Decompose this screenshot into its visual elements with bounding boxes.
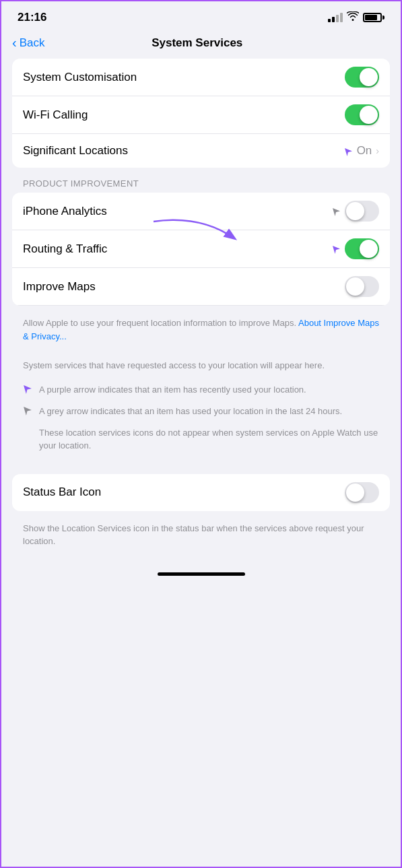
- status-bar-icon-toggle-area: [345, 482, 379, 503]
- significant-locations-row[interactable]: Significant Locations On ›: [12, 134, 390, 168]
- status-bar-icon-label: Status Bar Icon: [23, 486, 345, 499]
- nav-bar: ‹ Back System Services: [1, 30, 401, 59]
- toggle-knob: [360, 68, 378, 86]
- system-customisation-row[interactable]: System Customisation: [12, 59, 390, 96]
- product-improvement-section-header: PRODUCT IMPROVEMENT: [1, 173, 401, 193]
- grey-legend-item: A grey arrow indicates that an item has …: [23, 405, 379, 418]
- home-indicator: [158, 572, 245, 576]
- back-label: Back: [20, 36, 45, 50]
- signal-bar-4: [340, 13, 343, 22]
- significant-locations-right: On ›: [344, 144, 379, 158]
- status-bar-icon-toggle[interactable]: [345, 482, 379, 503]
- improve-maps-toggle[interactable]: [345, 276, 379, 297]
- improve-maps-label: Improve Maps: [23, 280, 345, 294]
- status-bar: 21:16: [1, 1, 401, 30]
- wifi-icon: [347, 11, 359, 24]
- toggle-knob: [346, 277, 364, 296]
- routing-traffic-right: [332, 238, 379, 259]
- wifi-calling-row[interactable]: Wi-Fi Calling: [12, 96, 390, 134]
- routing-traffic-toggle[interactable]: [345, 238, 379, 259]
- back-chevron-icon: ‹: [12, 35, 17, 51]
- routing-traffic-row[interactable]: Routing & Traffic: [12, 230, 390, 268]
- purple-legend-item: A purple arrow indicates that an item ha…: [23, 383, 379, 397]
- improve-maps-row[interactable]: Improve Maps: [12, 268, 390, 306]
- improve-maps-footer: Allow Apple to use your frequent locatio…: [1, 311, 401, 354]
- iphone-analytics-row[interactable]: iPhone Analytics: [12, 193, 390, 230]
- status-icons: [328, 11, 384, 24]
- toggle-knob: [360, 240, 378, 258]
- location-arrow-purple-2-icon: [332, 244, 341, 253]
- signal-bars-icon: [328, 13, 343, 22]
- status-bar-icon-footer: Show the Location Services icon in the s…: [1, 516, 401, 559]
- status-bar-icon-row[interactable]: Status Bar Icon: [12, 474, 390, 511]
- wifi-calling-toggle[interactable]: [345, 104, 379, 125]
- legend-section: A purple arrow indicates that an item ha…: [1, 383, 401, 463]
- status-bar-icon-description: Show the Location Services icon in the s…: [23, 523, 364, 547]
- status-time: 21:16: [18, 11, 46, 24]
- purple-legend-text: A purple arrow indicates that an item ha…: [39, 383, 306, 397]
- system-customisation-toggle[interactable]: [345, 67, 379, 88]
- apple-watch-note: These location services icons do not app…: [39, 426, 379, 453]
- product-improvement-header: PRODUCT IMPROVEMENT: [1, 173, 401, 193]
- significant-locations-label: Significant Locations: [23, 144, 344, 158]
- location-arrow-purple-icon: [344, 147, 353, 156]
- iphone-analytics-right: [332, 201, 379, 222]
- top-toggles-section: System Customisation Wi-Fi Calling Signi…: [12, 59, 390, 168]
- legend-grey-arrow-icon: [23, 406, 32, 418]
- signal-bar-3: [336, 15, 339, 22]
- system-services-footer-text: System services that have requested acce…: [23, 360, 325, 370]
- page-title: System Services: [44, 36, 349, 50]
- toggle-knob: [360, 106, 378, 124]
- location-arrow-grey-icon: [332, 207, 341, 215]
- routing-traffic-label: Routing & Traffic: [23, 242, 332, 256]
- iphone-analytics-label: iPhone Analytics: [23, 205, 332, 218]
- system-customisation-label: System Customisation: [23, 71, 345, 84]
- wifi-calling-toggle-area: [345, 104, 379, 125]
- back-button[interactable]: ‹ Back: [12, 35, 44, 51]
- improve-maps-footer-text: Allow Apple to use your frequent locatio…: [23, 318, 298, 328]
- toggle-knob: [346, 483, 364, 502]
- wifi-calling-label: Wi-Fi Calling: [23, 108, 345, 122]
- system-services-footer: System services that have requested acce…: [1, 354, 401, 383]
- product-improvement-section: iPhone Analytics Routing & Traffic: [12, 193, 390, 306]
- battery-icon: [363, 13, 384, 22]
- status-bar-icon-section: Status Bar Icon: [12, 474, 390, 511]
- iphone-analytics-toggle[interactable]: [345, 201, 379, 222]
- signal-bar-1: [328, 19, 331, 22]
- system-customisation-toggle-area: [345, 67, 379, 88]
- grey-legend-text: A grey arrow indicates that an item has …: [39, 405, 342, 418]
- significant-locations-value: On: [357, 144, 372, 158]
- toggle-knob: [346, 202, 364, 220]
- chevron-right-icon: ›: [376, 145, 379, 156]
- signal-bar-2: [332, 17, 335, 22]
- improve-maps-right: [345, 276, 379, 297]
- legend-purple-arrow-icon: [23, 385, 32, 397]
